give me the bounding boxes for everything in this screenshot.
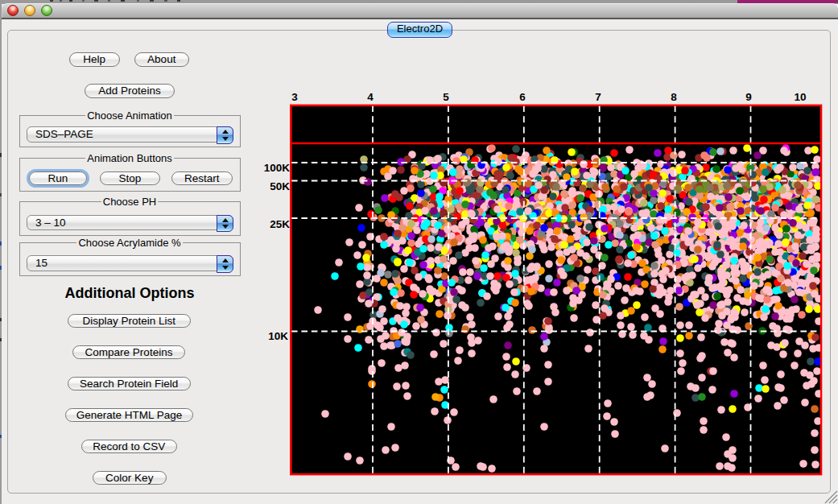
svg-text:10: 10 xyxy=(794,91,806,103)
svg-text:6: 6 xyxy=(519,91,526,103)
svg-text:5: 5 xyxy=(443,91,449,103)
svg-text:8: 8 xyxy=(671,91,677,103)
svg-text:4: 4 xyxy=(367,91,374,103)
svg-text:3: 3 xyxy=(291,91,298,103)
svg-text:10K: 10K xyxy=(268,330,288,342)
svg-text:9: 9 xyxy=(745,91,752,103)
svg-text:50K: 50K xyxy=(270,180,290,192)
svg-text:25K: 25K xyxy=(270,218,290,230)
svg-text:7: 7 xyxy=(595,91,601,103)
svg-text:100K: 100K xyxy=(264,162,291,174)
